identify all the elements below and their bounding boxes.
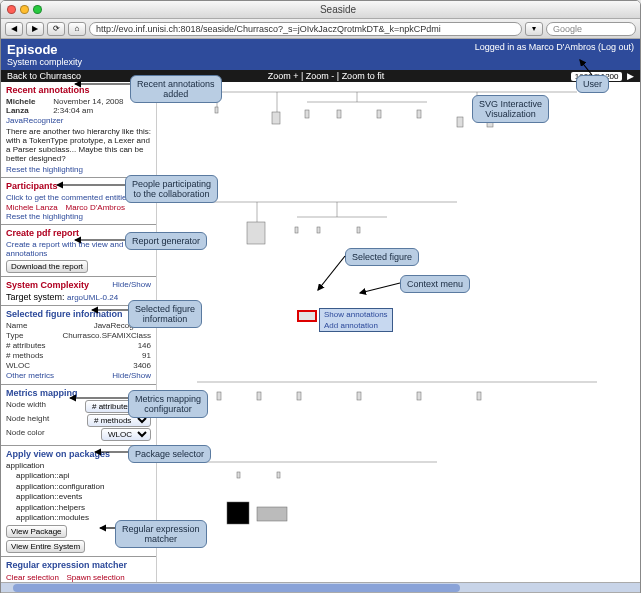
content: Recent annotations Michele LanzaNovember… (1, 82, 640, 582)
callout-user: User (576, 75, 609, 93)
reload-button[interactable]: ⟳ (47, 22, 65, 36)
svg-rect-9 (377, 110, 381, 118)
horizontal-scrollbar[interactable] (1, 582, 640, 592)
svg-rect-21 (357, 227, 360, 233)
svg-rect-4 (272, 112, 280, 124)
svg-rect-23 (217, 392, 221, 400)
download-report-button[interactable]: Download the report (6, 260, 88, 273)
clear-selection-link[interactable]: Clear selection (6, 573, 59, 582)
package-tree[interactable]: application application::api application… (6, 461, 151, 523)
zoom-out-link[interactable]: Zoom - (306, 71, 335, 81)
svg-rect-27 (417, 392, 421, 400)
sidebar: Recent annotations Michele LanzaNovember… (1, 82, 157, 582)
back-button[interactable]: ◀ (5, 22, 23, 36)
callout-svg-viz: SVG InteractiveVisualization (472, 95, 549, 123)
view-entire-system-button[interactable]: View Entire System (6, 540, 85, 553)
titlebar: Seaside (1, 1, 640, 19)
scrollbar-thumb[interactable] (13, 584, 460, 592)
participant-link[interactable]: Michele Lanza (6, 203, 58, 212)
window-title: Seaside (42, 4, 634, 15)
callout-recent-annotations: Recent annotationsadded (130, 75, 222, 103)
control-bar: Back to Churrasco Zoom + | Zoom - | Zoom… (1, 70, 640, 82)
reset-highlight-link[interactable]: Reset the highlighting (6, 165, 151, 174)
app-header: Episode System complexity Logged in as M… (1, 39, 640, 70)
traffic-lights (7, 5, 42, 14)
search-field[interactable]: Google (546, 22, 636, 36)
browser-window: Seaside ◀ ▶ ⟳ ⌂ http://evo.inf.unisi.ch:… (0, 0, 641, 593)
svg-rect-8 (337, 110, 341, 118)
callout-metrics: Metrics mappingconfigurator (128, 390, 208, 418)
url-field[interactable]: http://evo.inf.unisi.ch:8018/seaside/Chu… (89, 22, 522, 36)
zoom-in-link[interactable]: Zoom + (268, 71, 299, 81)
svg-rect-25 (297, 392, 301, 400)
callout-context-menu: Context menu (400, 275, 470, 293)
close-button[interactable] (7, 5, 16, 14)
annotation-entity-link[interactable]: JavaRecognizer (6, 116, 151, 125)
apply-dimensions-button[interactable]: ▶ (627, 71, 634, 81)
spawn-selection-link[interactable]: Spawn selection (66, 573, 124, 582)
selected-figure-highlight (297, 310, 317, 322)
callout-figure-info: Selected figureinformation (128, 300, 202, 328)
svg-rect-26 (357, 392, 361, 400)
reset-highlight-link[interactable]: Reset the highlighting (6, 212, 151, 221)
callout-packages: Package selector (128, 445, 211, 463)
callout-participants: People participatingto the collaboration (125, 175, 218, 203)
svg-rect-2 (215, 107, 218, 113)
svg-rect-19 (295, 227, 298, 233)
view-package-button[interactable]: View Package (6, 525, 67, 538)
forward-button[interactable]: ▶ (26, 22, 44, 36)
other-metrics-link[interactable]: Other metrics (6, 371, 54, 380)
svg-rect-16 (247, 222, 265, 244)
callout-regex: Regular expressionmatcher (115, 520, 207, 548)
context-menu-item[interactable]: Add annotation (320, 320, 392, 331)
context-menu-item[interactable]: Show annotations (320, 309, 392, 320)
hideshow-link[interactable]: Hide/Show (112, 280, 151, 290)
zoom-fit-link[interactable]: Zoom to fit (342, 71, 385, 81)
svg-rect-20 (317, 227, 320, 233)
login-status: Logged in as Marco D'Ambros (Log out) (475, 42, 634, 52)
svg-rect-30 (237, 472, 240, 478)
svg-rect-31 (277, 472, 280, 478)
regex-panel: Regular expression matcher Clear selecti… (1, 557, 156, 582)
hideshow-link[interactable]: Hide/Show (112, 371, 151, 380)
callout-report: Report generator (125, 232, 207, 250)
svg-rect-12 (457, 117, 463, 127)
svg-rect-7 (305, 110, 309, 118)
svg-rect-10 (417, 110, 421, 118)
page-subtitle: System complexity (7, 57, 82, 67)
page-title: Episode (7, 42, 82, 57)
home-button[interactable]: ⌂ (68, 22, 86, 36)
zoom-button[interactable] (33, 5, 42, 14)
svg-rect-33 (257, 507, 287, 521)
node-color-select[interactable]: WLOC (101, 428, 151, 441)
context-menu[interactable]: Show annotations Add annotation (319, 308, 393, 332)
rss-icon[interactable]: ▾ (525, 22, 543, 36)
svg-rect-24 (257, 392, 261, 400)
participant-link[interactable]: Marco D'Ambros (66, 203, 125, 212)
svg-rect-32 (227, 502, 249, 524)
logout-link[interactable]: (Log out) (598, 42, 634, 52)
back-link[interactable]: Back to Churrasco (7, 71, 81, 81)
svg-visualization[interactable] (157, 82, 640, 582)
visualization-canvas[interactable]: Show annotations Add annotation (157, 82, 640, 582)
browser-toolbar: ◀ ▶ ⟳ ⌂ http://evo.inf.unisi.ch:8018/sea… (1, 19, 640, 39)
username: Marco D'Ambros (529, 42, 596, 52)
callout-selected-figure: Selected figure (345, 248, 419, 266)
svg-rect-28 (477, 392, 481, 400)
minimize-button[interactable] (20, 5, 29, 14)
